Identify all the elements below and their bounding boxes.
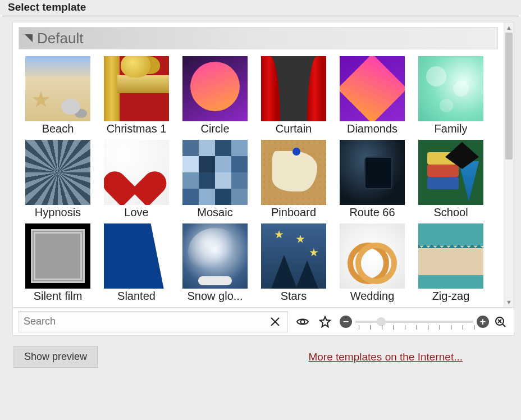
scroll-down-arrow-icon[interactable]: ▼: [504, 297, 514, 307]
template-thumbnail: [104, 140, 169, 205]
template-tile[interactable]: Family: [412, 56, 490, 135]
template-thumbnail: [104, 223, 169, 289]
template-thumbnail: [340, 56, 405, 121]
template-tile[interactable]: Hypnosis: [19, 140, 97, 219]
templates-grid: BeachChristmas 1CircleCurtainDiamondsFam…: [19, 56, 498, 303]
template-thumbnail: [182, 223, 248, 289]
template-label: Hypnosis: [35, 205, 81, 219]
template-tile[interactable]: Stars: [254, 223, 333, 303]
preview-eye-icon[interactable]: [295, 314, 310, 330]
template-tile[interactable]: Silent film: [19, 223, 97, 303]
template-tile[interactable]: School: [412, 140, 490, 219]
scrollbar[interactable]: ▲ ▼: [504, 22, 514, 307]
toolbar: − +: [12, 308, 514, 336]
template-tile[interactable]: Route 66: [333, 140, 412, 219]
template-label: Love: [124, 205, 148, 219]
template-thumbnail: [418, 223, 483, 289]
zoom-out-button[interactable]: −: [340, 316, 352, 328]
template-label: Curtain: [276, 121, 312, 135]
more-templates-link[interactable]: More templates on the Internet...: [308, 351, 463, 363]
clear-search-icon[interactable]: [267, 314, 283, 330]
template-tile[interactable]: Circle: [176, 56, 254, 135]
template-tile[interactable]: Zig-zag: [412, 223, 490, 303]
template-tile[interactable]: Pinboard: [254, 140, 333, 219]
template-thumbnail: [340, 140, 405, 205]
window-title: Select template: [2, 0, 519, 16]
template-label: Family: [435, 121, 468, 135]
template-thumbnail: [261, 56, 326, 121]
template-thumbnail: [340, 223, 405, 289]
svg-point-0: [301, 319, 305, 323]
zoom-reset-icon[interactable]: [492, 314, 508, 330]
template-label: Diamonds: [347, 121, 397, 135]
search-input[interactable]: [24, 316, 267, 327]
template-label: Pinboard: [271, 205, 316, 219]
template-thumbnail: [25, 140, 90, 205]
scroll-thumb[interactable]: [505, 33, 513, 159]
template-tile[interactable]: Snow glo...: [176, 223, 254, 303]
zoom-in-button[interactable]: +: [477, 316, 489, 328]
show-preview-button[interactable]: Show preview: [13, 346, 98, 368]
template-thumbnail: [182, 56, 248, 121]
collapse-triangle-icon: [25, 34, 33, 42]
template-label: Slanted: [117, 289, 156, 303]
template-label: Circle: [200, 121, 229, 135]
template-label: Zig-zag: [432, 289, 470, 303]
template-label: Beach: [42, 121, 74, 135]
template-label: Wedding: [350, 289, 395, 303]
template-label: Stars: [281, 289, 307, 303]
zoom-slider: − +: [340, 313, 508, 331]
category-header[interactable]: Default: [19, 27, 498, 49]
template-thumbnail: [182, 140, 248, 205]
template-tile[interactable]: Beach: [19, 56, 97, 135]
template-thumbnail: [25, 56, 90, 121]
template-label: Silent film: [34, 289, 83, 303]
scroll-up-arrow-icon[interactable]: ▲: [504, 22, 514, 33]
favorite-star-icon[interactable]: [317, 314, 333, 330]
template-tile[interactable]: Diamonds: [333, 56, 412, 135]
zoom-track[interactable]: [355, 321, 473, 323]
template-label: Mosaic: [197, 205, 232, 219]
template-thumbnail: [25, 223, 90, 289]
template-label: Route 66: [349, 205, 395, 219]
search-box: [19, 311, 288, 332]
templates-panel: Default BeachChristmas 1CircleCurtainDia…: [12, 22, 514, 308]
template-label: Snow glo...: [188, 289, 243, 303]
template-thumbnail: [261, 223, 326, 289]
template-thumbnail: [261, 140, 326, 205]
zoom-ticks: [359, 325, 474, 330]
template-thumbnail: [418, 140, 483, 205]
template-label: School: [433, 205, 468, 219]
template-label: Christmas 1: [107, 121, 167, 135]
category-label: Default: [37, 30, 83, 47]
template-tile[interactable]: Curtain: [254, 56, 333, 135]
template-thumbnail: [104, 56, 169, 121]
template-tile[interactable]: Christmas 1: [97, 56, 176, 135]
template-tile[interactable]: Slanted: [97, 223, 176, 303]
template-tile[interactable]: Wedding: [333, 223, 412, 303]
template-tile[interactable]: Love: [97, 140, 176, 219]
footer: Show preview More templates on the Inter…: [13, 346, 508, 368]
template-thumbnail: [418, 56, 483, 121]
template-tile[interactable]: Mosaic: [176, 140, 254, 219]
scroll-track[interactable]: [504, 33, 514, 297]
